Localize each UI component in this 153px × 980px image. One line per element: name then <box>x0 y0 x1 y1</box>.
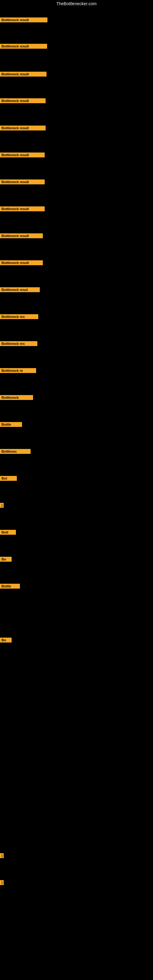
bottleneck-badge-15: Bottleneck <box>0 395 33 400</box>
bottleneck-badge-13: Bottleneck res <box>0 341 37 346</box>
bottleneck-badge-9: Bottleneck result <box>0 233 43 238</box>
bottleneck-badge-21: Bo <box>0 557 12 562</box>
bottleneck-badge-20: Bott <box>0 530 16 535</box>
bottleneck-badge-14: Bottleneck re <box>0 368 36 373</box>
bottleneck-badge-row-8: Bottleneck result <box>0 207 45 213</box>
bottleneck-badge-row-1: Bottleneck result <box>0 18 48 24</box>
bottleneck-badge-25: | <box>0 880 4 885</box>
bottleneck-badge-5: Bottleneck result <box>0 126 46 130</box>
bottleneck-badge-7: Bottleneck result <box>0 180 45 185</box>
bottleneck-badge-row-2: Bottleneck result <box>0 44 47 50</box>
bottleneck-badge-row-7: Bottleneck result <box>0 180 45 186</box>
bottleneck-badge-row-14: Bottleneck re <box>0 368 36 374</box>
bottleneck-badge-row-17: Bottlenec <box>0 449 30 455</box>
bottleneck-badge-17: Bottlenec <box>0 449 30 454</box>
bottleneck-badge-row-13: Bottleneck res <box>0 341 37 347</box>
bottleneck-badge-23: Bo <box>0 638 12 643</box>
bottleneck-badge-row-4: Bottleneck result <box>0 98 46 105</box>
bottleneck-badge-row-9: Bottleneck result <box>0 233 43 240</box>
bottleneck-badge-row-5: Bottleneck result <box>0 126 46 132</box>
bottleneck-badge-2: Bottleneck result <box>0 44 47 49</box>
bottleneck-badge-row-23: Bo <box>0 638 12 644</box>
bottleneck-badge-11: Bottleneck resul <box>0 287 40 292</box>
bottleneck-badge-row-10: Bottleneck result <box>0 260 43 266</box>
bottleneck-badge-row-22: Bottle <box>0 584 20 590</box>
bottleneck-badge-12: Bottleneck res <box>0 314 38 319</box>
bottleneck-badge-row-6: Bottleneck result <box>0 153 45 159</box>
bottleneck-badge-row-25: | <box>0 880 4 886</box>
site-title: TheBottlenecker.com <box>0 0 153 7</box>
bottleneck-badge-8: Bottleneck result <box>0 207 45 211</box>
bottleneck-badge-row-12: Bottleneck res <box>0 314 38 320</box>
bottleneck-badge-3: Bottleneck result <box>0 72 46 76</box>
bottleneck-badge-row-24: | <box>0 853 4 859</box>
bottleneck-badge-18: Bot <box>0 476 17 481</box>
bottleneck-badge-row-15: Bottleneck <box>0 395 33 401</box>
bottleneck-badge-16: Bottle <box>0 422 22 427</box>
bottleneck-badge-row-19: | <box>0 503 4 509</box>
bottleneck-badge-row-20: Bott <box>0 530 16 536</box>
bottleneck-badge-6: Bottleneck result <box>0 153 45 158</box>
bottleneck-badge-1: Bottleneck result <box>0 18 48 22</box>
bottleneck-badge-19: | <box>0 503 4 508</box>
bottleneck-badge-4: Bottleneck result <box>0 98 46 103</box>
bottleneck-badge-row-16: Bottle <box>0 422 22 428</box>
bottleneck-badge-row-3: Bottleneck result <box>0 72 46 78</box>
bottleneck-badge-row-11: Bottleneck resul <box>0 287 40 293</box>
bottleneck-badge-row-18: Bot <box>0 476 17 482</box>
bottleneck-badge-row-21: Bo <box>0 557 12 563</box>
bottleneck-badge-22: Bottle <box>0 584 20 589</box>
bottleneck-badge-24: | <box>0 853 4 858</box>
bottleneck-badge-10: Bottleneck result <box>0 260 43 265</box>
